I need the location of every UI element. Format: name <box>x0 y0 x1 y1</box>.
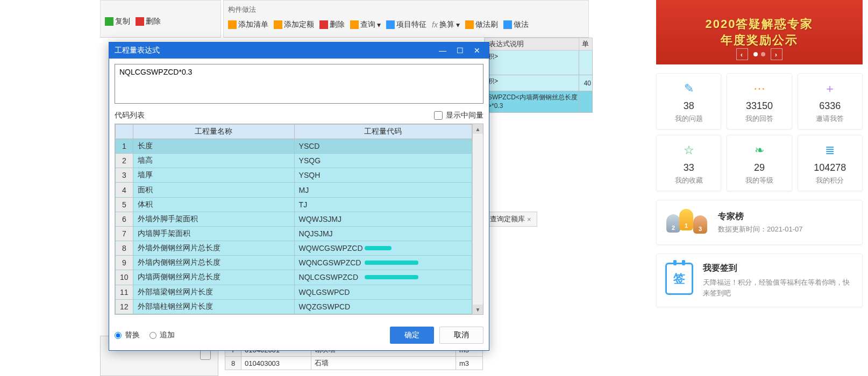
cancel-button[interactable]: 取消 <box>439 327 483 344</box>
grid-row[interactable]: 6外墙外脚手架面积WQWJSJMJ <box>116 212 472 226</box>
query-quota-tab[interactable]: 查询定额库× <box>484 212 537 227</box>
query-label: 查询 <box>360 20 375 30</box>
dialog-title: 工程量表达式 <box>115 46 160 55</box>
plus-icon <box>228 20 237 29</box>
name-cell: 墙高 <box>133 154 294 168</box>
add-quota-button[interactable]: 添加定额 <box>274 20 314 30</box>
code-cell: MJ <box>294 183 472 197</box>
table-row[interactable]: 8010403003石墙m3 <box>225 357 483 370</box>
signin-title: 我要签到 <box>703 263 853 274</box>
rownum: 12 <box>116 299 133 314</box>
show-mid-checkbox[interactable]: 显示中间量 <box>434 111 483 120</box>
stat-card[interactable]: ＋6336邀请我答 <box>798 73 863 129</box>
convert-button[interactable]: fx 换算 ▾ <box>432 20 460 30</box>
name-cell: 长度 <box>133 139 294 154</box>
rownum: 6 <box>116 212 133 226</box>
unit-cell: m3 <box>456 357 483 370</box>
append-radio[interactable]: 追加 <box>150 330 175 340</box>
coin-icon: ≣ <box>822 143 837 158</box>
feature-icon <box>386 20 395 29</box>
bg-col-expression-desc: 表达式说明 积> 积> SWPZCD<内墙两侧钢丝总长度>*0.3 <box>484 38 589 113</box>
grid-row[interactable]: 5体积TJ <box>116 197 472 212</box>
annotation-mark <box>365 275 418 279</box>
row-checkbox[interactable] <box>200 349 211 360</box>
stat-card[interactable]: ✎38我的问题 <box>656 73 721 129</box>
code-list-label: 代码列表 <box>115 111 145 120</box>
expert-card[interactable]: 2 1 3 专家榜 数据更新时间：2021-01-07 <box>656 200 863 245</box>
close-button[interactable]: ✕ <box>471 45 483 56</box>
expression-input[interactable] <box>115 64 483 104</box>
stat-label: 我的积分 <box>816 176 844 185</box>
method-icon <box>503 20 512 29</box>
stat-card[interactable]: ☆33我的收藏 <box>656 135 721 191</box>
name-cell: 外部墙柱钢丝网片长度 <box>133 299 294 314</box>
delete-icon <box>136 17 144 26</box>
grid-row[interactable]: 4面积MJ <box>116 183 472 197</box>
star-icon: ☆ <box>681 143 696 158</box>
stat-card[interactable]: ≣104278我的积分 <box>798 135 863 191</box>
ok-button[interactable]: 确定 <box>390 327 434 344</box>
brush-button[interactable]: 做法刷 <box>465 20 498 30</box>
stat-card[interactable]: ❧29我的等级 <box>727 135 792 191</box>
replace-radio[interactable]: 替换 <box>115 330 140 340</box>
method-button[interactable]: 做法 <box>503 20 529 30</box>
banner-line-1: 2020答疑解惑专家 <box>706 16 814 32</box>
add-list-button[interactable]: 添加清单 <box>228 20 268 30</box>
rownum: 5 <box>116 197 133 212</box>
grid-row[interactable]: 8外墙外侧钢丝网片总长度WQWCGSWPZCD <box>116 241 472 256</box>
banner-line-2: 年度奖励公示 <box>721 32 798 48</box>
delete-icon <box>319 20 328 29</box>
maximize-button[interactable]: ☐ <box>453 45 466 56</box>
minimize-button[interactable]: — <box>436 45 449 56</box>
banner[interactable]: 2020答疑解惑专家 年度奖励公示 ‹ › <box>656 0 863 64</box>
plus-icon <box>274 20 282 29</box>
banner-dot[interactable] <box>761 52 765 56</box>
rownum: 3 <box>116 168 133 183</box>
copy-button[interactable]: 复制 <box>105 17 130 26</box>
cell <box>579 50 593 75</box>
cell: 积> <box>484 50 589 75</box>
grid-row[interactable]: 12外部墙柱钢丝网片长度WQZGSWPCD <box>116 299 472 314</box>
grid-row[interactable]: 1长度YSCD <box>116 139 472 154</box>
rownum: 4 <box>116 183 133 197</box>
grid-row[interactable]: 7内墙脚手架面积NQJSJMJ <box>116 226 472 241</box>
code-cell: TJ <box>294 197 472 212</box>
col-header: 表达式说明 <box>484 38 589 50</box>
banner-prev-button[interactable]: ‹ <box>736 48 748 60</box>
grid-row[interactable]: 11外部墙梁钢丝网片长度WQLGSWPCD <box>116 285 472 299</box>
grid-row[interactable]: 2墙高YSQG <box>116 154 472 168</box>
replace-radio-input[interactable] <box>115 332 122 339</box>
stat-number: 33 <box>684 162 694 173</box>
close-icon[interactable]: × <box>527 215 531 223</box>
grid-row[interactable]: 9外墙内侧钢丝网片总长度WQNCGSWPZCD <box>116 256 472 270</box>
signin-card[interactable]: 签 我要签到 天降福运！积分，经验值等福利在等着你哟，快来签到吧 <box>656 254 863 307</box>
name-cell: 外墙外脚手架面积 <box>133 212 294 226</box>
project-feat-button[interactable]: 项目特征 <box>386 20 426 30</box>
grid-row[interactable]: 10内墙两侧钢丝网片总长度NQLCGSWPZCD <box>116 270 472 285</box>
show-mid-input[interactable] <box>434 111 443 120</box>
banner-next-button[interactable]: › <box>771 48 782 60</box>
search-icon <box>350 20 359 29</box>
stat-grid: ✎38我的问题⋯33150我的回答＋6336邀请我答☆33我的收藏❧29我的等级… <box>656 73 863 191</box>
scroll-up-icon[interactable]: ▲ <box>473 124 483 134</box>
append-radio-input[interactable] <box>150 332 156 339</box>
stat-label: 邀请我答 <box>816 114 844 124</box>
code-cell: NQJSJMJ <box>294 226 472 241</box>
dialog-titlebar[interactable]: 工程量表达式 — ☐ ✕ <box>109 42 489 59</box>
rownum: 10 <box>116 270 133 285</box>
medal-bronze-icon: 3 <box>693 215 707 234</box>
query-button[interactable]: 查询 ▾ <box>350 20 381 30</box>
name-cell: 墙厚 <box>133 168 294 183</box>
stat-card[interactable]: ⋯33150我的回答 <box>727 73 792 129</box>
delete-button-2[interactable]: 删除 <box>319 20 345 30</box>
scroll-down-icon[interactable]: ▼ <box>473 305 483 314</box>
bg-col-unit: 单 40 <box>579 38 593 113</box>
rownum: 1 <box>116 139 133 154</box>
banner-dot[interactable] <box>753 52 758 56</box>
name-cell: 石墙 <box>311 357 456 370</box>
code-grid: 工程量名称 工程量代码 1长度YSCD2墙高YSQG3墙厚YSQH4面积MJ5体… <box>115 124 483 315</box>
grid-row[interactable]: 3墙厚YSQH <box>116 168 472 183</box>
delete-button[interactable]: 删除 <box>136 17 161 26</box>
rownum: 2 <box>116 154 133 168</box>
scrollbar[interactable]: ▲ ▼ <box>472 124 483 314</box>
